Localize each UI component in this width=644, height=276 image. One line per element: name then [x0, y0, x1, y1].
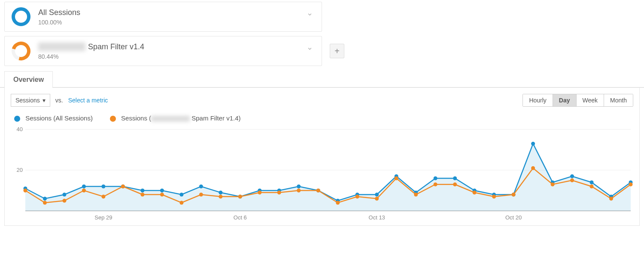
legend-dot-orange — [110, 116, 116, 122]
x-tick-label: Oct 6 — [234, 214, 247, 221]
segment-percent: 80.44% — [38, 53, 144, 60]
data-point — [199, 185, 203, 189]
data-point — [473, 191, 477, 195]
data-point — [609, 197, 613, 201]
data-point — [375, 193, 379, 197]
data-point — [62, 199, 66, 203]
data-point — [82, 189, 86, 192]
granularity-month[interactable]: Month — [604, 94, 633, 106]
chart-panel: Sessions ▾ vs. Select a metric HourlyDay… — [4, 88, 640, 226]
data-point — [434, 177, 437, 180]
data-point — [219, 191, 222, 195]
data-point — [297, 189, 301, 192]
x-tick-label: Oct 13 — [369, 214, 385, 221]
data-point — [101, 195, 105, 198]
data-point — [219, 195, 222, 198]
segments-area: All Sessions 100.00% ⌄ Spam Filter v1.4 … — [0, 0, 644, 66]
data-point — [258, 191, 261, 195]
segment-title-suffix: Spam Filter v1.4 — [88, 42, 144, 51]
legend-label-b-prefix: Sessions ( — [121, 114, 151, 122]
data-point — [531, 142, 535, 146]
segment-row-0: All Sessions 100.00% ⌄ — [4, 2, 640, 32]
data-point — [277, 191, 281, 195]
metric-selector-label: Sessions — [15, 97, 40, 104]
data-point — [160, 189, 164, 192]
data-point — [160, 193, 164, 197]
granularity-toggle: HourlyDayWeekMonth — [522, 94, 633, 107]
chart-controls: Sessions ▾ vs. Select a metric HourlyDay… — [11, 94, 633, 107]
data-point — [121, 185, 125, 189]
data-point — [395, 177, 398, 180]
data-point — [414, 193, 418, 197]
metric-selector[interactable]: Sessions ▾ — [11, 94, 50, 107]
data-point — [199, 193, 203, 197]
chart-legend: Sessions (All Sessions) Sessions ( Spam … — [14, 114, 633, 122]
chevron-down-icon[interactable]: ⌄ — [307, 8, 313, 18]
data-point — [492, 195, 496, 198]
data-point — [453, 177, 457, 180]
line-chart-svg: 2040Sep 29Oct 6Oct 13Oct 20 — [11, 124, 635, 223]
controls-left: Sessions ▾ vs. Select a metric — [11, 94, 108, 107]
legend-label-b-suffix: Spam Filter v1.4) — [190, 114, 240, 122]
granularity-week[interactable]: Week — [576, 94, 604, 106]
data-point — [101, 185, 105, 189]
add-segment-button[interactable]: + — [330, 44, 344, 58]
x-tick-label: Sep 29 — [94, 214, 112, 221]
data-point — [590, 180, 594, 184]
data-point — [24, 189, 27, 192]
x-tick-label: Oct 20 — [505, 214, 522, 221]
data-point — [179, 193, 183, 197]
redacted-text — [38, 42, 85, 51]
y-tick-label: 40 — [17, 126, 23, 132]
data-point — [551, 183, 555, 186]
legend-label-a: Sessions (All Sessions) — [25, 114, 93, 122]
donut-icon-orange — [8, 38, 34, 64]
segment-title: All Sessions — [38, 8, 80, 17]
granularity-hourly[interactable]: Hourly — [523, 94, 552, 106]
data-point — [43, 197, 47, 201]
legend-item-all-sessions: Sessions (All Sessions) — [14, 114, 93, 122]
data-point — [590, 185, 594, 189]
data-point — [140, 189, 144, 192]
line-chart: 2040Sep 29Oct 6Oct 13Oct 20 — [11, 124, 633, 223]
data-point — [140, 193, 144, 197]
data-point — [570, 174, 574, 178]
data-point — [375, 197, 379, 201]
data-point — [453, 183, 457, 186]
data-point — [629, 183, 633, 186]
legend-item-spam-filter: Sessions ( Spam Filter v1.4) — [110, 114, 241, 122]
tab-bar: Overview — [0, 70, 644, 88]
data-point — [355, 195, 359, 198]
chevron-down-icon[interactable]: ⌄ — [307, 42, 313, 52]
granularity-day[interactable]: Day — [553, 94, 576, 106]
data-point — [179, 201, 183, 205]
segment-row-1: Spam Filter v1.4 80.44% ⌄ + — [4, 36, 640, 66]
data-point — [512, 193, 516, 197]
redacted-text — [151, 116, 190, 122]
segment-card-spam-filter[interactable]: Spam Filter v1.4 80.44% ⌄ — [4, 36, 322, 66]
segment-title: Spam Filter v1.4 — [38, 42, 144, 51]
data-point — [62, 193, 66, 197]
caret-down-icon: ▾ — [43, 97, 46, 104]
data-point — [238, 195, 242, 198]
data-point — [434, 183, 437, 186]
area-fill — [25, 144, 631, 211]
data-point — [336, 201, 340, 205]
segment-text: All Sessions 100.00% — [38, 8, 80, 26]
legend-dot-blue — [14, 116, 20, 122]
segment-text: Spam Filter v1.4 80.44% — [38, 42, 144, 60]
vs-label: vs. — [55, 97, 63, 104]
select-metric-link[interactable]: Select a metric — [68, 97, 108, 104]
data-point — [570, 178, 574, 182]
data-point — [297, 185, 301, 189]
segment-percent: 100.00% — [38, 19, 80, 26]
data-point — [316, 189, 320, 192]
data-point — [43, 201, 47, 205]
data-point — [531, 166, 535, 170]
data-point — [82, 185, 86, 189]
donut-icon-blue — [12, 7, 30, 26]
tab-overview[interactable]: Overview — [4, 71, 53, 88]
segment-card-all-sessions[interactable]: All Sessions 100.00% ⌄ — [4, 2, 322, 32]
y-tick-label: 20 — [17, 167, 23, 173]
